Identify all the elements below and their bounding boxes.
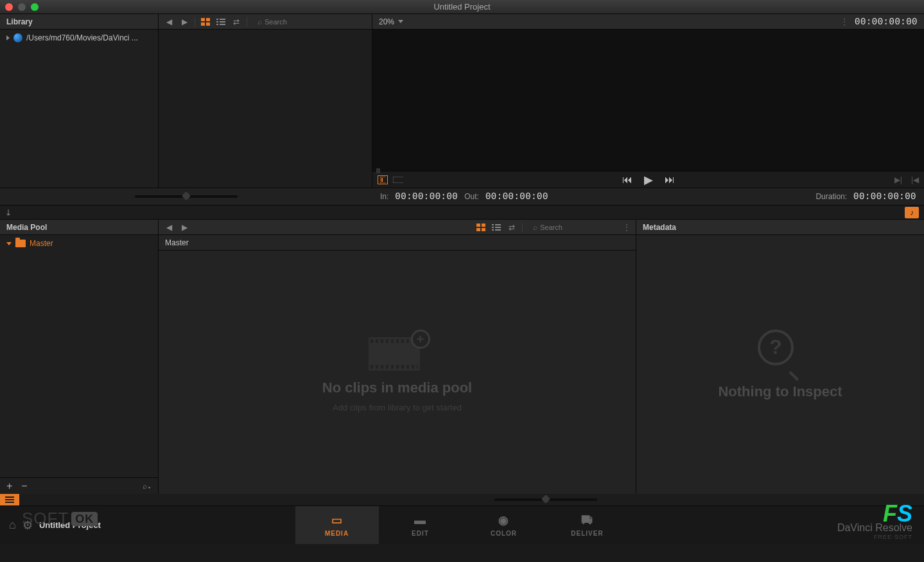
panel-menu-icon[interactable]: ⋮ bbox=[623, 223, 631, 232]
svg-rect-0 bbox=[201, 18, 205, 21]
window-close-button[interactable] bbox=[5, 3, 13, 11]
window-title: Untitled Project bbox=[0, 2, 924, 12]
nav-back-icon[interactable]: ◀ bbox=[164, 17, 174, 26]
window-zoom-button[interactable] bbox=[31, 3, 39, 11]
svg-rect-11 bbox=[381, 178, 383, 182]
browser-toolbar: ◀ ▶ ⇄ ⌕ bbox=[159, 14, 372, 30]
source-mode-icon[interactable] bbox=[378, 175, 388, 184]
options-icon[interactable]: ⇄ bbox=[231, 17, 241, 26]
viewer-timecode: 00:00:00:00 bbox=[855, 17, 918, 27]
browser-zoom-slider[interactable] bbox=[135, 195, 238, 198]
metadata-empty-label: Nothing to Inspect bbox=[718, 383, 842, 400]
metadata-header: Metadata bbox=[636, 220, 924, 235]
prev-clip-icon[interactable]: ⏮ bbox=[622, 174, 632, 186]
out-label: Out: bbox=[464, 192, 479, 201]
tab-label: DELIVER bbox=[571, 530, 603, 537]
pool-search-input[interactable] bbox=[540, 224, 618, 231]
timeline-mode-icon[interactable] bbox=[393, 175, 403, 184]
mark-in-icon[interactable]: ▶| bbox=[894, 175, 902, 184]
options-icon[interactable]: ⇄ bbox=[507, 223, 517, 232]
svg-rect-21 bbox=[495, 227, 501, 228]
audio-panel-button[interactable]: ♪ bbox=[905, 207, 919, 218]
svg-rect-4 bbox=[216, 19, 218, 20]
list-view-icon[interactable] bbox=[216, 17, 226, 26]
media-pool-header: Media Pool bbox=[0, 220, 158, 235]
svg-rect-7 bbox=[220, 21, 225, 22]
svg-rect-3 bbox=[206, 22, 210, 26]
zoom-label[interactable]: 20% bbox=[379, 17, 394, 26]
edit-tab-icon: ▬ bbox=[414, 514, 426, 527]
viewer-area[interactable] bbox=[372, 30, 924, 171]
list-view-icon[interactable] bbox=[491, 223, 501, 232]
svg-rect-9 bbox=[220, 24, 225, 25]
bin-search-icon[interactable]: ⌕▾ bbox=[143, 482, 152, 491]
deliver-tab-icon: ⛟ bbox=[581, 514, 593, 527]
metadata-panel: Metadata ? Nothing to Inspect bbox=[636, 220, 924, 494]
nav-back-icon[interactable]: ◀ bbox=[164, 223, 174, 232]
add-bin-button[interactable]: + bbox=[6, 480, 12, 492]
svg-rect-2 bbox=[201, 22, 205, 26]
media-pool-area[interactable]: + No clips in media pool Add clips from … bbox=[159, 250, 636, 494]
magnifier-icon: ? bbox=[758, 329, 803, 374]
globe-icon bbox=[13, 33, 22, 42]
in-label: In: bbox=[380, 192, 388, 201]
tab-edit[interactable]: ▬ EDIT bbox=[379, 506, 462, 544]
home-icon[interactable]: ⌂ bbox=[9, 518, 16, 532]
list-toggle-button[interactable] bbox=[0, 494, 19, 505]
svg-rect-6 bbox=[216, 21, 218, 22]
media-pool-panel: ◀ ▶ ⇄ ⌕ ⋮ Master + No clips bbox=[159, 220, 636, 494]
media-tab-icon: ▭ bbox=[331, 513, 343, 527]
svg-rect-19 bbox=[495, 224, 501, 225]
disclosure-icon[interactable] bbox=[6, 35, 10, 40]
svg-rect-15 bbox=[482, 224, 485, 227]
thumbnail-size-slider[interactable] bbox=[494, 498, 597, 501]
thumbnail-view-icon[interactable] bbox=[200, 17, 211, 26]
timecode-bar: In: 00:00:00:00 Out: 00:00:00:00 Duratio… bbox=[0, 188, 924, 206]
play-icon[interactable]: ▶ bbox=[644, 173, 653, 187]
import-icon[interactable]: ⤓ bbox=[5, 208, 12, 217]
media-pool-toolbar: ◀ ▶ ⇄ ⌕ ⋮ bbox=[159, 220, 636, 235]
clip-browser-panel: ◀ ▶ ⇄ ⌕ bbox=[159, 14, 372, 188]
library-path-item[interactable]: /Users/md760/Movies/DaVinci ... bbox=[0, 30, 158, 46]
search-icon: ⌕ bbox=[257, 17, 262, 26]
folder-icon bbox=[15, 240, 26, 247]
tab-color[interactable]: ◉ COLOR bbox=[462, 506, 546, 544]
duration-timecode: 00:00:00:00 bbox=[853, 191, 916, 202]
viewer-controls: ⏮ ▶ ⏭ ▶| |◀ bbox=[372, 171, 924, 188]
svg-rect-23 bbox=[495, 229, 501, 231]
titlebar: Untitled Project bbox=[0, 0, 924, 14]
svg-rect-14 bbox=[476, 224, 480, 227]
svg-rect-5 bbox=[220, 19, 225, 20]
mark-out-icon[interactable]: |◀ bbox=[911, 175, 919, 184]
out-timecode[interactable]: 00:00:00:00 bbox=[485, 191, 548, 202]
color-tab-icon: ◉ bbox=[498, 513, 509, 527]
thumbnail-view-icon[interactable] bbox=[476, 223, 486, 232]
svg-rect-16 bbox=[476, 228, 480, 231]
disclosure-icon[interactable] bbox=[6, 242, 12, 245]
library-panel: Library /Users/md760/Movies/DaVinci ... bbox=[0, 14, 159, 188]
svg-rect-17 bbox=[482, 228, 485, 231]
browser-search-input[interactable] bbox=[265, 18, 367, 26]
tab-label: EDIT bbox=[412, 530, 429, 537]
viewer-menu-icon[interactable]: ⋮ bbox=[841, 17, 848, 26]
utility-bar: ⤓ ♪ bbox=[0, 206, 924, 220]
svg-rect-22 bbox=[492, 229, 494, 231]
softok-watermark: SOFTOK bbox=[22, 509, 98, 529]
viewer-toolbar: 20% ⋮ 00:00:00:00 bbox=[372, 14, 924, 30]
tab-media[interactable]: ▭ MEDIA bbox=[295, 506, 379, 544]
app-brand-label: DaVinci Resolve bbox=[837, 522, 912, 534]
search-icon: ⌕ bbox=[533, 223, 537, 232]
master-bin-label: Master bbox=[30, 239, 53, 248]
brand-sub-label: FREE-SOFT bbox=[837, 534, 912, 540]
next-clip-icon[interactable]: ⏭ bbox=[665, 174, 675, 186]
nav-forward-icon[interactable]: ▶ bbox=[179, 17, 189, 26]
in-timecode[interactable]: 00:00:00:00 bbox=[395, 191, 458, 202]
zoom-dropdown-icon[interactable] bbox=[398, 20, 403, 23]
window-minimize-button[interactable] bbox=[18, 3, 26, 11]
nav-forward-icon[interactable]: ▶ bbox=[179, 223, 189, 232]
tab-deliver[interactable]: ⛟ DELIVER bbox=[546, 506, 629, 544]
master-bin-item[interactable]: Master bbox=[6, 239, 152, 248]
viewer-panel: 20% ⋮ 00:00:00:00 ⏮ ▶ ⏭ ▶| |◀ bbox=[372, 14, 924, 188]
remove-bin-button[interactable]: − bbox=[21, 480, 27, 492]
tab-label: COLOR bbox=[491, 530, 517, 537]
